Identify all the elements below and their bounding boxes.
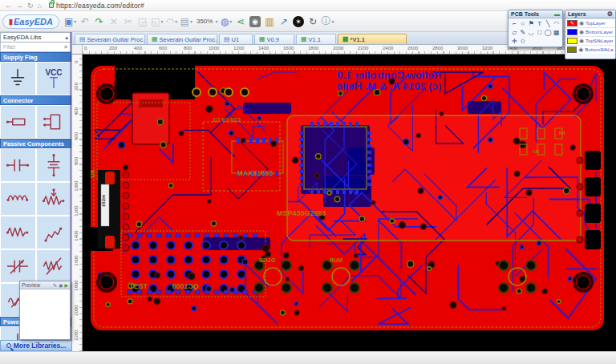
section-header-supply-flag[interactable]: Supply Flag bbox=[0, 52, 71, 62]
v-ruler-tick: 800 bbox=[74, 155, 79, 168]
delete-icon[interactable]: ✕ bbox=[107, 14, 120, 30]
document-tab-2[interactable]: ▦Severain Guitar Proc... bbox=[147, 34, 217, 44]
minimize-icon[interactable]: ▬ bbox=[554, 11, 560, 17]
view-icon[interactable]: ◉ bbox=[59, 282, 63, 288]
potentiometer-symbol[interactable] bbox=[36, 182, 72, 216]
open-external-icon[interactable]: ↗ bbox=[277, 14, 290, 30]
inductor-symbol[interactable] bbox=[0, 182, 36, 216]
hole-tool[interactable]: ◯ bbox=[544, 28, 553, 37]
browser-refresh-icon[interactable]: ↻ bbox=[27, 2, 34, 10]
layer-color-swatch[interactable] bbox=[567, 47, 577, 53]
more-libraries-button[interactable]: More Libraries... bbox=[0, 340, 72, 351]
layer-color-swatch[interactable] bbox=[567, 38, 578, 44]
layer-row-toplayer[interactable]: ✎◉TopLayer bbox=[565, 18, 615, 27]
save-icon[interactable]: ▣▾ bbox=[63, 14, 77, 30]
browser-back-icon[interactable]: ← bbox=[5, 2, 12, 10]
varistor-symbol[interactable] bbox=[36, 249, 72, 283]
section-header-connector[interactable]: Connector bbox=[0, 95, 71, 105]
layer-color-swatch[interactable]: ✎ bbox=[567, 20, 578, 26]
document-tab-4[interactable]: ▦V0.9 bbox=[254, 34, 294, 44]
dropdown-arrow-icon: ▾ bbox=[190, 18, 192, 24]
track-tool[interactable]: ⌐ bbox=[510, 19, 519, 28]
dropdown-arrow-icon: ▾ bbox=[331, 18, 334, 24]
h-ruler-tick: 200 bbox=[109, 46, 117, 51]
section-header-passive-components[interactable]: Passive Components bbox=[0, 139, 71, 148]
layer-row-bottomlayer[interactable]: ◉BottomLayer bbox=[565, 27, 615, 36]
copy-icon[interactable]: ◲ bbox=[136, 14, 149, 30]
browser-home-icon[interactable]: ⌂ bbox=[38, 2, 42, 10]
gear-icon[interactable]: ⚙ bbox=[607, 10, 613, 18]
dimension-tool[interactable]: ✎ bbox=[519, 28, 528, 37]
copper-area-tool[interactable]: ▦ bbox=[553, 28, 561, 37]
delete-icon-glyph: ✕ bbox=[110, 16, 118, 27]
pcb-doc-icon: ▦ bbox=[259, 36, 265, 42]
arc2-tool[interactable]: ◡ bbox=[527, 28, 536, 37]
rect-tool[interactable]: □ bbox=[536, 28, 545, 37]
photoresistor-symbol[interactable] bbox=[36, 216, 72, 249]
layer-visibility-eye-icon[interactable]: ◉ bbox=[579, 29, 584, 35]
paste-icon[interactable]: ◱▾ bbox=[150, 14, 164, 30]
line-tool[interactable]: ╲ bbox=[544, 19, 553, 28]
pcb-tools-titlebar[interactable]: PCB Tools ▬ bbox=[509, 10, 562, 18]
trimmer-capacitor-symbol[interactable] bbox=[0, 249, 36, 283]
libraries-icon[interactable]: ▥ bbox=[262, 14, 276, 30]
h-ruler-tick: 1000 bbox=[209, 46, 219, 51]
header-connector-symbol[interactable] bbox=[36, 105, 72, 139]
browser-forward-icon[interactable]: → bbox=[16, 2, 23, 10]
undo-icon[interactable]: ↶ bbox=[78, 14, 91, 30]
header-connector-symbol-glyph bbox=[42, 110, 66, 134]
history-icon[interactable]: ↻ bbox=[306, 14, 319, 30]
layers-titlebar[interactable]: Layers ⚙ bbox=[565, 10, 615, 18]
layer-visibility-eye-icon[interactable]: ◉ bbox=[579, 38, 584, 44]
circle-tool[interactable]: ○ bbox=[519, 19, 528, 28]
easyeda-logo[interactable]: ▮ EasyEDA bbox=[2, 14, 59, 29]
pcb-doc-icon: ▦ bbox=[342, 36, 349, 42]
libraries-icon-glyph: ▥ bbox=[265, 16, 274, 27]
layer-visibility-eye-icon[interactable]: ◉ bbox=[578, 47, 583, 53]
document-tab-3[interactable]: ▤U1 bbox=[219, 34, 253, 44]
ground-symbol-glyph bbox=[6, 67, 30, 91]
library-source-select[interactable]: EasyEDA Libs ▴ bbox=[0, 32, 71, 42]
text-tool[interactable]: T bbox=[536, 19, 545, 28]
document-tab-5[interactable]: ▦V1.1 bbox=[296, 34, 336, 44]
share-icon[interactable]: ⋖ bbox=[233, 14, 247, 30]
arc-tool[interactable]: ◠ bbox=[553, 19, 561, 28]
flag-tool[interactable]: ⚑ bbox=[527, 19, 536, 28]
cut-icon[interactable]: ✂ bbox=[121, 14, 135, 30]
layer-visibility-eye-icon[interactable]: ◉ bbox=[579, 20, 584, 26]
pcb-canvas[interactable]: Reflow Controller 1.0(c) 2014 A. & M. He… bbox=[83, 55, 616, 351]
document-tab-6[interactable]: ▦*V1.1 bbox=[338, 34, 407, 44]
edit-icon[interactable]: ✎ bbox=[53, 282, 57, 288]
settings-icon[interactable]: ◍▾ bbox=[219, 14, 233, 30]
wire-icon[interactable]: ◠▾ bbox=[165, 14, 179, 30]
export-image-icon[interactable]: ▤▾ bbox=[180, 14, 193, 30]
play-icon[interactable]: ▶ bbox=[64, 282, 68, 288]
polygon-tool[interactable]: ▱ bbox=[510, 28, 519, 37]
help-icon-glyph: ⓘ bbox=[321, 14, 330, 28]
address-bar[interactable]: https://easyeda.com/editor# bbox=[46, 2, 144, 10]
filter-clear-icon[interactable]: ✕ bbox=[63, 44, 68, 51]
snapshot-icon[interactable]: ◉ bbox=[248, 14, 261, 30]
ground-symbol[interactable] bbox=[0, 62, 36, 95]
trimmer-capacitor-symbol-glyph bbox=[6, 254, 30, 278]
document-tab-1[interactable]: ▤Severain Guitar Proc... bbox=[75, 34, 145, 44]
plug-connector-symbol[interactable] bbox=[0, 105, 36, 139]
layer-color-swatch[interactable] bbox=[567, 29, 578, 35]
layer-row-topsilklayer[interactable]: ◉TopSilkLayer bbox=[565, 36, 615, 45]
variable-capacitor-symbol[interactable] bbox=[36, 148, 72, 182]
resistor-symbol[interactable] bbox=[0, 216, 36, 249]
help-icon[interactable]: ⓘ▾ bbox=[320, 14, 334, 30]
preview-title: Preview bbox=[22, 282, 40, 288]
library-filter-input[interactable]: Filter ✕ bbox=[0, 42, 71, 52]
vcc-symbol[interactable]: VCC bbox=[36, 62, 72, 95]
preview-titlebar[interactable]: Preview ✎◉▶ bbox=[20, 281, 70, 289]
zoom-select[interactable]: 350%▾ bbox=[194, 14, 218, 30]
capacitor-symbol[interactable] bbox=[0, 148, 36, 182]
redo-icon[interactable]: ↷ bbox=[92, 14, 106, 30]
plug-connector-symbol-glyph bbox=[6, 110, 30, 134]
star-tool[interactable]: ✩ bbox=[519, 37, 528, 46]
layers-list: ✎◉TopLayer◉BottomLayer◉TopSilkLayer◉Bott… bbox=[565, 18, 615, 54]
pan-tool[interactable]: ✛ bbox=[510, 37, 519, 46]
layer-row-bottomsilkla-[interactable]: ◉BottomSilkLa.. bbox=[565, 45, 615, 54]
steam-icon[interactable]: ✶ bbox=[291, 14, 305, 30]
